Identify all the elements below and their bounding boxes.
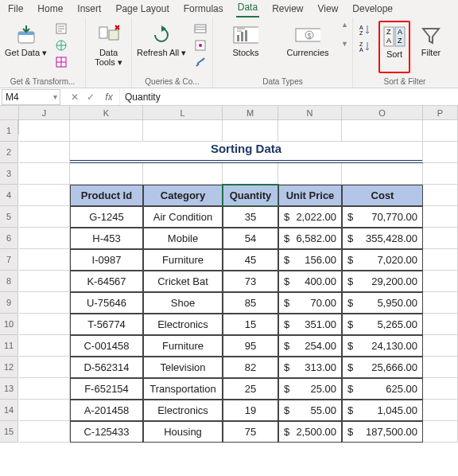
table-cell[interactable]: G-1245 [70,206,143,228]
table-header[interactable]: Cost [342,185,423,206]
table-cell[interactable]: Transportation [143,378,223,400]
table-cell[interactable]: $355,428.00 [342,228,423,249]
table-cell[interactable]: 35 [223,206,278,228]
name-box[interactable]: M4 [2,89,60,105]
table-header[interactable]: Unit Price [278,185,342,206]
table-cell[interactable]: $156.00 [278,249,342,271]
col-header-P[interactable]: P [423,106,458,120]
table-cell[interactable]: Furniture [143,335,223,357]
table-cell[interactable]: $24,130.00 [342,335,423,357]
tab-file[interactable]: File [6,2,25,18]
col-header-J[interactable]: J [19,106,70,120]
row-header[interactable]: 5 [0,206,18,228]
table-cell[interactable]: F-652154 [70,378,143,400]
col-header-O[interactable]: O [342,106,423,120]
table-cell[interactable]: H-453 [70,228,143,249]
table-cell[interactable]: Electronics [143,400,223,421]
tab-home[interactable]: Home [36,2,64,18]
refresh-all-button[interactable]: Refresh All ▾ [135,21,188,73]
table-cell[interactable]: $187,500.00 [342,421,423,443]
row-header[interactable]: 9 [0,292,18,314]
table-header[interactable]: Product Id [70,185,143,206]
row-header[interactable]: 6 [0,228,18,249]
tab-page-layout[interactable]: Page Layout [114,2,170,18]
row-header[interactable]: 11 [0,335,18,357]
table-cell[interactable]: 54 [223,228,278,249]
table-cell[interactable]: $25,666.00 [342,357,423,378]
fx-icon[interactable]: fx [99,92,119,103]
sort-button[interactable]: ZAAZ Sort [378,21,410,73]
table-cell[interactable]: Furniture [143,249,223,271]
table-cell[interactable]: $70.00 [278,292,342,314]
table-cell[interactable]: $70,770.00 [342,206,423,228]
table-cell[interactable]: Housing [143,421,223,443]
select-all[interactable] [0,106,19,120]
row-header[interactable]: 15 [0,421,18,443]
tab-data[interactable]: Data [236,0,259,18]
table-cell[interactable]: I-0987 [70,249,143,271]
table-cell[interactable]: Electronics [143,314,223,335]
table-cell[interactable]: 15 [223,314,278,335]
table-cell[interactable]: Cricket Bat [143,271,223,292]
enter-formula-button[interactable]: ✓ [83,89,99,105]
row-header[interactable]: 14 [0,400,18,421]
table-cell[interactable]: Air Condition [143,206,223,228]
row-header[interactable]: 13 [0,378,18,400]
grid[interactable]: JKLMNOP Sorting DataProduct IdCategoryQu… [19,106,458,443]
table-cell[interactable]: 75 [223,421,278,443]
row-header[interactable]: 4 [0,185,18,206]
row-header[interactable]: 7 [0,249,18,271]
table-cell[interactable]: 85 [223,292,278,314]
data-tools-button[interactable]: Data Tools ▾ [89,21,128,73]
currencies-button[interactable]: $ Currencies [279,21,336,73]
table-cell[interactable]: $55.00 [278,400,342,421]
filter-button[interactable]: Filter [415,21,447,73]
tab-review[interactable]: Review [270,2,305,18]
table-cell[interactable]: $625.00 [342,378,423,400]
table-cell[interactable]: 19 [223,400,278,421]
table-cell[interactable]: Mobile [143,228,223,249]
tab-insert[interactable]: Insert [76,2,103,18]
table-cell[interactable]: 25 [223,378,278,400]
col-header-M[interactable]: M [223,106,278,120]
types-up-icon[interactable]: ▲ [341,21,348,29]
row-header[interactable]: 3 [0,163,18,185]
table-cell[interactable]: 82 [223,357,278,378]
table-cell[interactable]: T-56774 [70,314,143,335]
row-header[interactable]: 10 [0,314,18,335]
table-cell[interactable]: K-64567 [70,271,143,292]
stocks-button[interactable]: Stocks [217,21,274,73]
get-data-button[interactable]: Get Data ▾ [3,21,49,73]
table-cell[interactable]: A-201458 [70,400,143,421]
table-cell[interactable]: $2,022.00 [278,206,342,228]
cancel-formula-button[interactable]: ✕ [67,89,83,105]
table-cell[interactable]: 95 [223,335,278,357]
row-header[interactable]: 8 [0,271,18,292]
tab-develope[interactable]: Develope [351,2,394,18]
table-cell[interactable]: $351.00 [278,314,342,335]
table-cell[interactable]: $6,582.00 [278,228,342,249]
row-header[interactable]: 12 [0,357,18,378]
row-header[interactable]: 1 [0,120,18,142]
col-header-K[interactable]: K [70,106,143,120]
col-header-N[interactable]: N [278,106,342,120]
table-cell[interactable]: 73 [223,271,278,292]
types-down-icon[interactable]: ▼ [341,40,348,48]
col-header-L[interactable]: L [143,106,223,120]
row-header[interactable]: 2 [0,142,18,163]
table-cell[interactable]: $2,500.00 [278,421,342,443]
properties-button[interactable] [192,37,208,53]
queries-connections-button[interactable] [192,21,208,37]
tab-view[interactable]: View [316,2,340,18]
from-text-button[interactable] [53,21,69,37]
sort-asc-button[interactable]: AZ [356,21,374,37]
table-cell[interactable]: 45 [223,249,278,271]
table-cell[interactable]: $313.00 [278,357,342,378]
table-cell[interactable]: $5,265.00 [342,314,423,335]
table-cell[interactable]: Television [143,357,223,378]
table-cell[interactable]: $29,200.00 [342,271,423,292]
table-cell[interactable]: U-75646 [70,292,143,314]
table-cell[interactable]: C-125433 [70,421,143,443]
table-cell[interactable]: $400.00 [278,271,342,292]
tab-formulas[interactable]: Formulas [182,2,225,18]
